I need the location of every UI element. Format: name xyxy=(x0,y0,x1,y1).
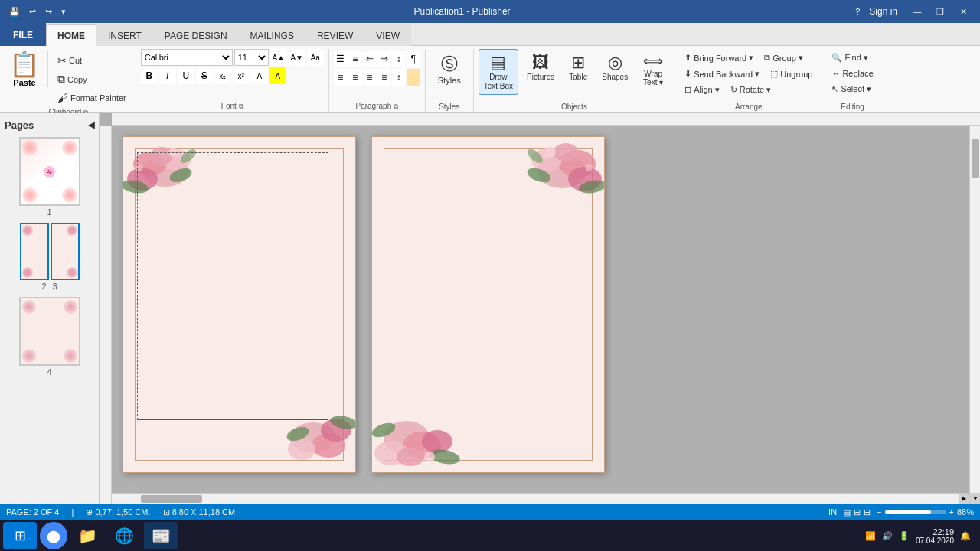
italic-btn[interactable]: I xyxy=(159,67,176,84)
hscroll-thumb[interactable] xyxy=(141,495,202,503)
bold-btn[interactable]: B xyxy=(141,67,158,84)
redo-btn[interactable]: ↪ xyxy=(42,5,55,18)
view-normal-btn[interactable]: ▤ xyxy=(843,507,851,517)
tab-home[interactable]: HOME xyxy=(46,24,96,46)
zoom-in-btn[interactable]: + xyxy=(949,507,954,517)
close-btn[interactable]: ✕ xyxy=(952,4,974,19)
page-thumb-4[interactable]: 4 xyxy=(3,297,96,377)
vertical-scrollbar[interactable]: ▲ ▼ xyxy=(969,113,980,504)
view-layout-btn[interactable]: ⊞ xyxy=(854,507,861,517)
bring-forward-btn[interactable]: ⬆ Bring Forward ▾ xyxy=(680,51,758,65)
styles-button[interactable]: Ⓢ Styles xyxy=(430,49,469,89)
explorer-taskbar-btn[interactable]: 📁 xyxy=(70,522,104,549)
font-controls: Calibri 11 A▲ A▼ Aa B I U S x xyxy=(141,49,324,84)
tab-review[interactable]: REVIEW xyxy=(305,24,364,46)
quick-access-toolbar: 💾 ↩ ↪ ▾ xyxy=(6,5,69,18)
clock[interactable]: 22:19 07.04.2020 xyxy=(916,527,954,545)
thumb-img-1: 🌸 xyxy=(19,137,80,206)
minimize-btn[interactable]: — xyxy=(906,4,928,19)
tab-file[interactable]: FILE xyxy=(0,23,46,46)
draw-textbox-button[interactable]: ▤ Draw Text Box xyxy=(479,49,518,95)
align-left-btn[interactable]: ≡ xyxy=(334,69,348,86)
save-btn[interactable]: 💾 xyxy=(6,5,23,18)
highlight-btn[interactable]: A xyxy=(270,67,286,84)
table-button[interactable]: ⊞ Table xyxy=(563,49,593,85)
restore-btn[interactable]: ❐ xyxy=(929,4,951,19)
tab-page-design[interactable]: PAGE DESIGN xyxy=(153,24,239,46)
view-print-btn[interactable]: ⊟ xyxy=(864,507,871,517)
replace-btn[interactable]: ↔ Replace xyxy=(827,67,877,80)
customize-qs-btn[interactable]: ▾ xyxy=(58,5,69,18)
styles-icon: Ⓢ xyxy=(441,53,458,76)
indent-dec-btn[interactable]: ⇐ xyxy=(363,51,377,67)
text-color-btn[interactable]: A xyxy=(251,67,268,84)
shading-btn[interactable] xyxy=(407,69,420,86)
send-backward-btn[interactable]: ⬇ Send Backward ▾ xyxy=(680,67,764,81)
chrome-taskbar-btn[interactable]: ⬤ xyxy=(40,522,67,549)
paste-button[interactable]: 📋 Paste xyxy=(6,51,48,87)
notifications-btn[interactable]: 🔔 xyxy=(960,531,971,541)
indent-inc-btn[interactable]: ⇒ xyxy=(377,51,391,67)
strikethrough-btn[interactable]: S xyxy=(196,67,213,84)
page-2[interactable] xyxy=(122,136,356,473)
page-thumb-1[interactable]: 🌸 1 xyxy=(3,137,96,217)
page-spread xyxy=(122,136,605,473)
vscroll-down-btn[interactable]: ▼ xyxy=(970,493,980,504)
grow-font-btn[interactable]: A▲ xyxy=(270,49,287,66)
undo-btn[interactable]: ↩ xyxy=(26,5,39,18)
help-btn[interactable]: ? xyxy=(855,7,860,16)
align-btn[interactable]: ⊟ Align ▾ xyxy=(680,83,724,97)
show-formatting-btn[interactable]: ¶ xyxy=(407,51,420,67)
tab-view[interactable]: VIEW xyxy=(364,24,411,46)
shrink-font-btn[interactable]: A▼ xyxy=(289,49,305,66)
list-numbers-btn[interactable]: ≡ xyxy=(348,51,362,67)
hscroll-track[interactable] xyxy=(110,494,959,504)
signin-btn[interactable]: Sign in xyxy=(869,6,897,17)
justify-btn[interactable]: ≡ xyxy=(377,69,391,86)
select-btn[interactable]: ↖ Select ▾ xyxy=(827,82,877,96)
align-center-btn[interactable]: ≡ xyxy=(348,69,362,86)
vscroll-track[interactable] xyxy=(970,124,980,493)
font-size-select[interactable]: 11 xyxy=(234,49,269,66)
browser2-taskbar-btn[interactable]: 🌐 xyxy=(107,522,141,549)
format-painter-button[interactable]: 🖌 Format Painter xyxy=(53,90,131,106)
zoom-out-btn[interactable]: − xyxy=(877,507,881,517)
shapes-label: Shapes xyxy=(602,73,628,81)
text-box-draw[interactable] xyxy=(137,152,328,420)
zoom-slider[interactable] xyxy=(885,510,946,514)
group-btn[interactable]: ⧉ Group ▾ xyxy=(760,51,808,65)
tab-mailings[interactable]: MAILINGS xyxy=(239,24,305,46)
wrap-text-button[interactable]: ⟺ WrapText ▾ xyxy=(636,49,670,90)
tab-insert[interactable]: INSERT xyxy=(96,24,153,46)
hscroll-right-btn[interactable]: ▶ xyxy=(959,494,969,504)
align-right-btn[interactable]: ≡ xyxy=(363,69,377,86)
editing-group: 🔍 Find ▾ ↔ Replace ↖ Select ▾ Editing xyxy=(822,49,882,112)
pages-panel-collapse[interactable]: ◀ xyxy=(88,120,94,130)
cut-button[interactable]: ✂ Cut xyxy=(53,52,131,69)
sort-btn[interactable]: ↕ xyxy=(392,51,406,67)
case-btn[interactable]: Aa xyxy=(307,49,324,66)
clipboard-section: 📋 Paste ✂ Cut ⧉ Copy xyxy=(6,49,131,112)
start-button[interactable]: ⊞ xyxy=(3,522,37,549)
shapes-icon: ◎ xyxy=(608,53,622,73)
ungroup-btn[interactable]: ⬚ Ungroup xyxy=(766,67,817,81)
draw-textbox-label: Draw Text Box xyxy=(484,73,513,91)
font-family-select[interactable]: Calibri xyxy=(141,49,233,66)
superscript-btn[interactable]: x² xyxy=(233,67,250,84)
page-3[interactable] xyxy=(371,136,605,473)
subscript-btn[interactable]: x₂ xyxy=(214,67,231,84)
vscroll-thumb[interactable] xyxy=(972,139,979,178)
taskbar: ⊞ ⬤ 📁 🌐 📰 📶 🔊 🔋 22:19 07.04.2020 🔔 xyxy=(0,520,980,551)
copy-button[interactable]: ⧉ Copy xyxy=(53,70,131,88)
list-bullets-btn[interactable]: ☰ xyxy=(334,51,348,67)
underline-btn[interactable]: U xyxy=(178,67,194,84)
pictures-button[interactable]: 🖼 Pictures xyxy=(521,49,560,85)
publisher-taskbar-btn[interactable]: 📰 xyxy=(144,522,178,549)
page-thumb-23[interactable]: 2 3 xyxy=(3,223,96,291)
line-spacing-btn[interactable]: ↕ xyxy=(392,69,406,86)
shapes-button[interactable]: ◎ Shapes xyxy=(596,49,633,85)
replace-icon: ↔ xyxy=(831,69,840,78)
horizontal-scrollbar[interactable]: ◀ ▶ xyxy=(100,493,969,504)
rotate-btn[interactable]: ↻ Rotate ▾ xyxy=(726,83,776,97)
find-btn[interactable]: 🔍 Find ▾ xyxy=(827,51,877,65)
